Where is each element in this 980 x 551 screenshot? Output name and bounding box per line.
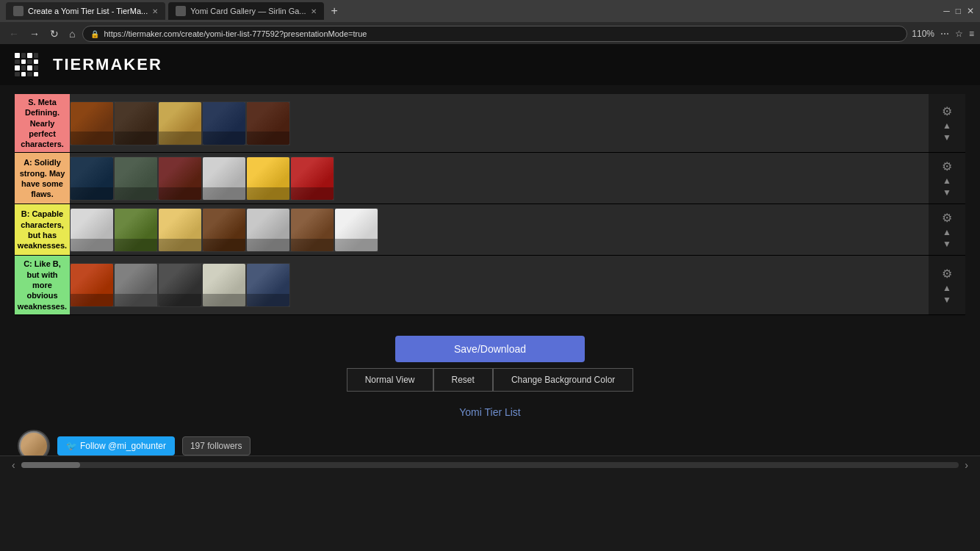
tier-down-arrow-icon[interactable]: ▼ [943, 240, 951, 248]
forward-button[interactable]: → [26, 26, 43, 41]
list-item[interactable] [158, 156, 202, 201]
list-item[interactable] [70, 101, 114, 145]
tab-title-2: Yomi Card Gallery — Sirlin Ga... [190, 7, 306, 15]
tier-settings-icon[interactable]: ⚙ [942, 104, 952, 118]
follow-twitter-button[interactable]: 🐦 Follow @mi_gohunter [57, 436, 175, 455]
logo-cell [15, 72, 20, 77]
list-item[interactable] [202, 101, 246, 145]
browser-controls: ← → ↻ ⌂ 🔒 https://tiermaker.com/create/y… [0, 22, 980, 46]
scroll-right-icon[interactable]: › [965, 459, 968, 471]
tier-down-arrow-icon[interactable]: ▼ [943, 295, 951, 304]
list-item[interactable] [290, 156, 334, 201]
list-item[interactable] [70, 263, 114, 307]
home-button[interactable]: ⌂ [66, 26, 78, 41]
tier-up-arrow-icon[interactable]: ▲ [943, 228, 951, 237]
list-item[interactable] [70, 156, 114, 201]
scroll-track[interactable] [21, 462, 959, 468]
tier-label-c: C: Like B, but with more obvious weaknes… [15, 256, 70, 314]
change-background-color-button[interactable]: Change Background Color [493, 368, 633, 392]
list-item[interactable] [202, 208, 246, 252]
minimize-button[interactable]: ─ [943, 6, 950, 16]
tier-down-arrow-icon[interactable]: ▼ [943, 188, 951, 197]
character-portrait [71, 209, 113, 251]
tab-close-2[interactable]: ✕ [311, 7, 317, 15]
character-portrait [203, 209, 245, 251]
refresh-button[interactable]: ↻ [47, 26, 62, 41]
save-download-button[interactable]: Save/Download [395, 336, 585, 362]
tier-settings-icon[interactable]: ⚙ [942, 267, 952, 281]
list-item[interactable] [202, 263, 246, 307]
logo-cell [34, 72, 39, 77]
list-item[interactable] [246, 208, 290, 252]
tier-row-a: A: Solidly strong. May have some flaws. … [15, 153, 965, 204]
list-item[interactable] [114, 263, 158, 307]
normal-view-button[interactable]: Normal View [347, 368, 433, 392]
tier-table: S. Meta Defining. Nearly perfect charact… [15, 94, 965, 315]
logo-cell [21, 72, 26, 77]
tab-favicon-2 [176, 6, 186, 16]
character-portrait [71, 264, 113, 306]
character-portrait [203, 157, 245, 200]
menu-icon[interactable]: ≡ [969, 29, 974, 39]
tier-items-s [70, 94, 929, 152]
address-bar[interactable]: 🔒 https://tiermaker.com/create/yomi-tier… [82, 26, 907, 42]
tier-controls-s: ⚙ ▲ ▼ [929, 94, 965, 152]
secondary-buttons-row: Normal View Reset Change Background Colo… [0, 368, 980, 392]
list-item[interactable] [246, 101, 290, 145]
maximize-button[interactable]: □ [956, 6, 961, 16]
tab-active[interactable]: Create a Yomi Tier List - TierMa... ✕ [6, 2, 165, 20]
tab-inactive[interactable]: Yomi Card Gallery — Sirlin Ga... ✕ [168, 2, 323, 20]
character-portrait [291, 157, 334, 200]
scroll-left-icon[interactable]: ‹ [12, 459, 15, 471]
list-item[interactable] [158, 101, 202, 145]
tier-row-c: C: Like B, but with more obvious weaknes… [15, 256, 965, 314]
extensions-icon[interactable]: ⋯ [940, 29, 949, 39]
bookmarks-icon[interactable]: ☆ [955, 29, 963, 39]
logo-cell [34, 60, 39, 65]
logo-cell [27, 72, 32, 77]
list-item[interactable] [246, 263, 290, 307]
logo-grid-icon [15, 53, 38, 76]
list-item[interactable] [114, 156, 158, 201]
list-item[interactable] [114, 208, 158, 252]
character-portrait [71, 102, 113, 145]
site-header: TiERMaKeR [0, 44, 980, 85]
tier-down-arrow-icon[interactable]: ▼ [943, 133, 951, 142]
logo-cell [15, 60, 20, 65]
list-item[interactable] [158, 208, 202, 252]
tier-label-s: S. Meta Defining. Nearly perfect charact… [15, 94, 70, 152]
close-button[interactable]: ✕ [967, 6, 974, 16]
tier-list-title: Yomi Tier List [0, 406, 980, 418]
logo-cell [21, 53, 26, 58]
list-item[interactable] [70, 208, 114, 252]
browser-chrome: Create a Yomi Tier List - TierMa... ✕ Yo… [0, 0, 980, 44]
logo-cell [27, 53, 32, 58]
logo-cell [15, 53, 20, 58]
character-portrait [115, 157, 157, 200]
list-item[interactable] [334, 208, 378, 252]
character-portrait [291, 209, 334, 251]
list-item[interactable] [158, 263, 202, 307]
list-item[interactable] [114, 101, 158, 145]
tier-items-b [70, 204, 929, 255]
tier-controls-a: ⚙ ▲ ▼ [929, 153, 965, 204]
list-item[interactable] [246, 156, 290, 201]
character-portrait [203, 264, 245, 306]
back-button[interactable]: ← [6, 26, 22, 41]
list-item[interactable] [202, 156, 246, 201]
character-portrait [159, 209, 201, 251]
tier-up-arrow-icon[interactable]: ▲ [943, 284, 951, 292]
tier-up-arrow-icon[interactable]: ▲ [943, 176, 951, 185]
logo-cell [21, 65, 26, 71]
new-tab-button[interactable]: + [327, 4, 342, 18]
tier-settings-icon[interactable]: ⚙ [942, 211, 952, 225]
logo-cell [27, 60, 32, 65]
scroll-thumb[interactable] [21, 462, 80, 468]
reset-button[interactable]: Reset [433, 368, 493, 392]
character-portrait [247, 209, 289, 251]
character-portrait [159, 102, 201, 145]
tier-up-arrow-icon[interactable]: ▲ [943, 121, 951, 130]
tier-settings-icon[interactable]: ⚙ [942, 159, 952, 173]
list-item[interactable] [290, 208, 334, 252]
tab-close-1[interactable]: ✕ [152, 7, 158, 15]
